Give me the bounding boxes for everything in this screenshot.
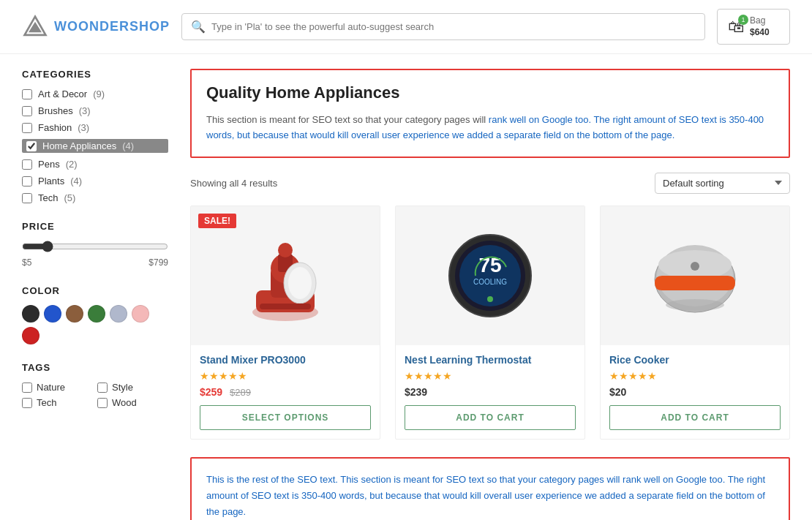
search-input[interactable] [211, 21, 696, 32]
category-label: Brushes [38, 105, 73, 116]
price-row: $239 [405, 386, 576, 398]
tag-checkbox[interactable] [97, 383, 108, 393]
tag-checkbox[interactable] [97, 398, 108, 408]
svg-point-9 [288, 267, 312, 299]
color-swatch-red[interactable] [22, 327, 40, 344]
seo-top-title: Quality Home Appliances [206, 83, 774, 102]
category-label: Tech [38, 192, 58, 203]
category-label: Home Appliances [42, 140, 116, 151]
category-item[interactable]: Brushes (3) [22, 105, 168, 116]
products-grid: SALE! Stand Mixer PRO3000 ★★★★★ $259 $28… [190, 206, 790, 440]
mixer-image [238, 225, 333, 327]
tags-section: TAGS Nature Style Tech Wood [22, 362, 168, 408]
product-image: 75 COOLING [396, 206, 584, 345]
color-swatch-green[interactable] [88, 305, 105, 323]
product-info: Stand Mixer PRO3000 ★★★★★ $259 $289 SELE… [191, 345, 380, 439]
sale-badge: SALE! [198, 214, 236, 228]
tag-item[interactable]: Wood [97, 397, 168, 408]
svg-point-7 [278, 243, 293, 257]
main-layout: CATEGORIES Art & Decor (9) Brushes (3) F… [0, 54, 812, 520]
category-checkbox[interactable] [22, 123, 32, 133]
tag-item[interactable]: Nature [22, 382, 93, 393]
cart-amount: $640 [750, 27, 770, 39]
tag-item[interactable]: Style [97, 382, 168, 393]
color-swatch-pink[interactable] [132, 305, 149, 323]
content-area: Quality Home Appliances This section is … [190, 69, 790, 520]
logo-text: WOONDERSHOP [54, 19, 170, 34]
category-count: (5) [64, 192, 75, 203]
product-stars: ★★★★★ [405, 370, 576, 382]
color-swatch-light-blue[interactable] [110, 305, 127, 323]
category-item[interactable]: Plants (4) [22, 176, 168, 186]
sort-select[interactable]: Default sorting Sort by price: low to hi… [655, 173, 790, 194]
product-info: Nest Learning Thermostat ★★★★★ $239 ADD … [396, 345, 584, 439]
price-title: PRICE [22, 221, 168, 232]
tag-checkbox[interactable] [22, 383, 32, 393]
category-count: (2) [66, 159, 78, 170]
tag-label: Wood [112, 397, 137, 408]
product-btn[interactable]: ADD TO CART [405, 405, 576, 430]
category-item[interactable]: Art & Decor (9) [22, 88, 168, 99]
cart-area[interactable]: 🛍 1 Bag $640 [717, 9, 790, 45]
category-checkbox[interactable] [22, 106, 32, 116]
cart-label: Bag [750, 15, 770, 27]
price-slider[interactable] [22, 241, 168, 252]
header: WOONDERSHOP 🔍 🛍 1 Bag $640 [0, 0, 812, 54]
product-image-wrap: 75 COOLING [396, 206, 584, 345]
cart-info: Bag $640 [750, 15, 770, 38]
category-count: (9) [93, 88, 105, 99]
product-info: Rice Cooker ★★★★★ $20 ADD TO CART [601, 345, 789, 439]
category-checkbox[interactable] [22, 193, 32, 203]
product-btn[interactable]: SELECT OPTIONS [200, 405, 371, 430]
category-label: Fashion [38, 122, 72, 133]
price-sale: $259 [200, 386, 222, 398]
category-count: (3) [79, 105, 91, 116]
thermostat-image: 75 COOLING [446, 232, 534, 320]
svg-point-16 [487, 296, 493, 302]
category-item[interactable]: Pens (2) [22, 159, 168, 170]
cart-icon-wrap: 🛍 1 [728, 18, 744, 37]
category-checkbox[interactable] [22, 89, 32, 99]
search-bar[interactable]: 🔍 [181, 13, 705, 40]
product-card: Rice Cooker ★★★★★ $20 ADD TO CART [600, 206, 790, 440]
color-swatch-brown[interactable] [66, 305, 83, 323]
category-count: (4) [122, 140, 134, 151]
tag-checkbox[interactable] [22, 398, 32, 408]
category-count: (3) [78, 122, 89, 133]
cart-badge: 1 [738, 15, 748, 25]
product-name: Nest Learning Thermostat [405, 354, 576, 366]
seo-top-box: Quality Home Appliances This section is … [190, 69, 790, 158]
sidebar: CATEGORIES Art & Decor (9) Brushes (3) F… [22, 69, 168, 520]
category-count: (4) [70, 176, 82, 186]
price-regular: $239 [405, 386, 427, 398]
price-section: PRICE $5 $799 [22, 221, 168, 268]
svg-point-20 [691, 262, 699, 271]
categories-title: CATEGORIES [22, 69, 168, 80]
product-card: 75 COOLING Nest Learning Thermostat ★★★★… [395, 206, 585, 440]
product-btn[interactable]: ADD TO CART [609, 405, 781, 430]
color-swatch-black[interactable] [22, 305, 40, 323]
product-stars: ★★★★★ [609, 370, 781, 382]
category-checkbox[interactable] [22, 159, 32, 170]
seo-bottom-text: This is the rest of the SEO text. This s… [206, 472, 774, 520]
category-item[interactable]: Tech (5) [22, 192, 168, 203]
price-max: $799 [149, 257, 168, 268]
tag-label: Tech [37, 397, 56, 408]
category-checkbox[interactable] [26, 141, 37, 151]
color-swatches [22, 305, 168, 344]
category-item[interactable]: Home Appliances (4) [22, 139, 168, 153]
category-label: Art & Decor [38, 88, 87, 99]
product-image [601, 206, 789, 345]
product-image-wrap [601, 206, 789, 345]
tags-grid: Nature Style Tech Wood [22, 382, 168, 408]
tag-item[interactable]: Tech [22, 397, 93, 408]
price-range-labels: $5 $799 [22, 257, 168, 268]
color-swatch-blue[interactable] [44, 305, 61, 323]
product-name: Rice Cooker [609, 354, 781, 366]
product-image-wrap: SALE! [191, 206, 380, 345]
category-label: Pens [38, 159, 60, 170]
category-item[interactable]: Fashion (3) [22, 122, 168, 133]
svg-text:COOLING: COOLING [473, 278, 507, 286]
price-min: $5 [22, 257, 31, 268]
category-checkbox[interactable] [22, 176, 32, 186]
